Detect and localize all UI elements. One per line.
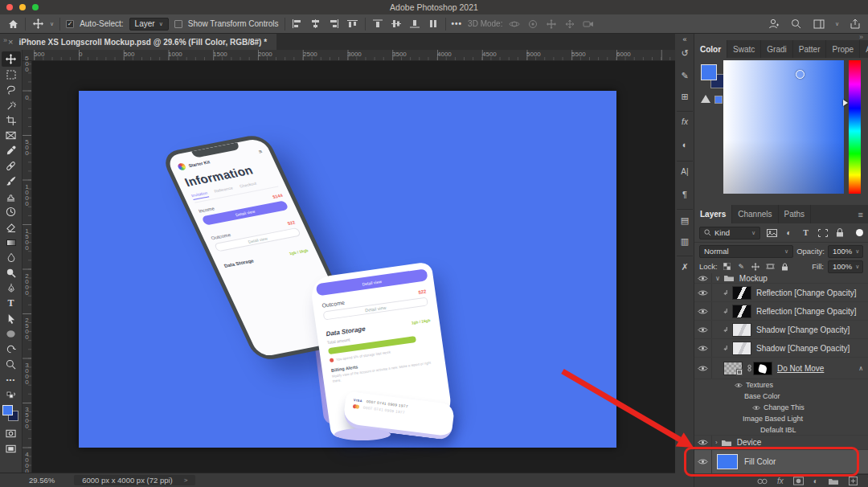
layer-row-reflection-2[interactable]: Reflection [Change Opacity] [694, 302, 868, 321]
frame-tool[interactable] [2, 128, 21, 143]
clone-source-panel-icon[interactable]: ⊞ [675, 92, 694, 102]
tab-patterns[interactable]: Patter [793, 40, 827, 58]
visibility-eye-icon[interactable] [694, 321, 712, 338]
search-icon[interactable] [790, 18, 803, 31]
healing-brush-tool[interactable] [2, 158, 21, 174]
group-collapsed-icon[interactable]: › [715, 439, 718, 446]
horizontal-ruler[interactable]: 500 0 500 1000 1500 2000 2500 3000 3500 … [23, 50, 675, 61]
tool-presets-panel-icon[interactable]: ✗ [675, 262, 694, 272]
layer-row-mockup[interactable]: ∨ Mockup [694, 273, 868, 284]
layer-mask-thumbnail[interactable] [753, 362, 772, 375]
tab-actions[interactable]: Action [860, 40, 868, 58]
tab-layers[interactable]: Layers [694, 205, 732, 223]
crop-tool[interactable] [2, 113, 21, 128]
align-right-icon[interactable] [328, 18, 341, 31]
visibility-eye-icon[interactable] [694, 273, 712, 283]
layers-panel-menu-icon[interactable]: ≡ [858, 205, 868, 223]
brush-tool[interactable] [2, 174, 21, 189]
document-info[interactable]: 6000 px x 4000 px (72 ppi) > [74, 475, 195, 485]
layer-thumbnail[interactable] [732, 286, 751, 300]
brush-settings-panel-icon[interactable]: ✎ [675, 71, 694, 81]
marquee-tool[interactable] [2, 67, 21, 82]
workspace-chevron-icon[interactable]: ∨ [835, 21, 839, 27]
filter-pixel-layers-icon[interactable] [767, 229, 777, 237]
visibility-eye-icon[interactable] [752, 405, 760, 411]
quick-mask-icon[interactable] [2, 426, 21, 441]
filter-smart-objects-icon[interactable] [834, 228, 845, 237]
clone-stamp-tool[interactable] [2, 189, 21, 204]
auto-select-checkbox[interactable]: ✓ [66, 20, 74, 28]
add-layer-mask-icon[interactable] [793, 477, 804, 485]
layer-subrow-base-color[interactable]: Base Color [694, 391, 868, 402]
lock-all-icon[interactable] [780, 263, 790, 271]
layer-name[interactable]: Shadow [Change Opacity] [756, 344, 850, 353]
filter-adjustment-layers-icon[interactable]: ◐ [784, 228, 794, 237]
blur-tool[interactable] [2, 250, 21, 265]
visibility-eye-icon[interactable] [694, 339, 712, 357]
distribute-vertical-center-icon[interactable] [390, 18, 403, 31]
adjustments-panel-icon[interactable]: ◐ [675, 140, 694, 149]
more-options-icon[interactable]: ••• [452, 19, 463, 28]
smart-object-collapse-icon[interactable]: ∧ [858, 365, 863, 372]
tab-paths[interactable]: Paths [779, 205, 812, 223]
layer-name[interactable]: Device [737, 438, 762, 447]
character-panel-icon[interactable]: A| [675, 167, 694, 176]
layer-name[interactable]: Do Not Move [777, 364, 824, 373]
share-user-icon[interactable] [768, 18, 780, 31]
layer-style-fx-icon[interactable]: fx [777, 477, 784, 485]
filter-kind-dropdown[interactable]: Kind ∨ [699, 227, 760, 239]
tab-gradients[interactable]: Gradi [761, 40, 792, 58]
collapse-dock-icon[interactable]: « [675, 35, 694, 43]
visibility-eye-icon[interactable] [694, 284, 712, 301]
distribute-horizontal-center-icon[interactable] [427, 18, 440, 31]
comments-panel-icon[interactable]: ▥ [675, 236, 694, 247]
new-layer-icon[interactable] [849, 477, 858, 485]
history-panel-icon[interactable]: ↺ [675, 48, 694, 59]
lock-artboard-icon[interactable] [765, 263, 776, 270]
visibility-eye-icon[interactable] [694, 358, 712, 379]
sublayer-name[interactable]: Image Based Light [743, 415, 803, 423]
distribute-top-icon[interactable] [371, 18, 384, 31]
pen-tool[interactable] [2, 280, 21, 296]
layer-name[interactable]: Shadow [Change Opacity] [756, 325, 850, 334]
layer-name[interactable]: Reflection [Change Opacity] [756, 307, 857, 316]
tool-preset-chevron-icon[interactable]: ∨ [50, 21, 54, 27]
default-colors-icon[interactable] [2, 387, 21, 403]
styles-panel-icon[interactable]: fx [675, 117, 694, 126]
auto-select-target-dropdown[interactable]: Layer ∨ [129, 18, 169, 31]
lasso-tool[interactable] [2, 82, 21, 97]
vertical-ruler[interactable]: 500 0 500 1000 1500 2000 2500 3000 3500 … [23, 61, 32, 473]
align-top-icon[interactable] [346, 18, 359, 31]
filter-type-layers-icon[interactable]: T [800, 228, 811, 237]
new-group-icon[interactable] [828, 477, 839, 485]
layer-thumbnail[interactable] [732, 323, 751, 337]
hue-slider-arrow-icon[interactable] [843, 100, 848, 106]
link-layers-icon[interactable] [757, 478, 768, 485]
move-tool-preset-icon[interactable] [31, 18, 44, 31]
layer-subrow-default-ibl[interactable]: Default IBL [694, 424, 868, 436]
visibility-eye-icon[interactable] [735, 383, 743, 388]
layer-row-reflection-1[interactable]: Reflection [Change Opacity] [694, 284, 868, 302]
lock-pixels-icon[interactable]: ✎ [736, 263, 747, 271]
color-saturation-field[interactable] [723, 60, 844, 194]
sublayer-name[interactable]: Base Color [744, 392, 780, 400]
visibility-eye-icon[interactable] [694, 302, 712, 320]
hue-slider[interactable] [849, 60, 861, 194]
zoom-tool[interactable] [2, 357, 21, 372]
toolbar-collapse-icon[interactable]: » [3, 36, 6, 44]
eraser-tool[interactable] [2, 219, 21, 235]
distribute-bottom-icon[interactable] [408, 18, 421, 31]
panel-foreground-swatch[interactable] [701, 64, 717, 80]
color-picker-ring-icon[interactable] [796, 70, 805, 79]
edit-toolbar-icon[interactable]: ••• [2, 372, 21, 387]
close-tab-icon[interactable]: × [8, 37, 13, 47]
gradient-tool[interactable] [2, 235, 21, 250]
align-left-icon[interactable] [291, 18, 304, 31]
document-tab[interactable]: × iPhone XS Longscroll Mockup.psd @ 29.6… [0, 34, 276, 50]
blend-mode-dropdown[interactable]: Normal ∨ [699, 245, 793, 258]
opacity-value-dropdown[interactable]: 100% ∨ [828, 245, 863, 258]
align-center-horizontal-icon[interactable] [309, 18, 322, 31]
layer-thumbnail[interactable] [732, 305, 751, 318]
group-expand-icon[interactable]: ∨ [715, 275, 720, 282]
paragraph-panel-icon[interactable]: ¶ [675, 190, 694, 199]
